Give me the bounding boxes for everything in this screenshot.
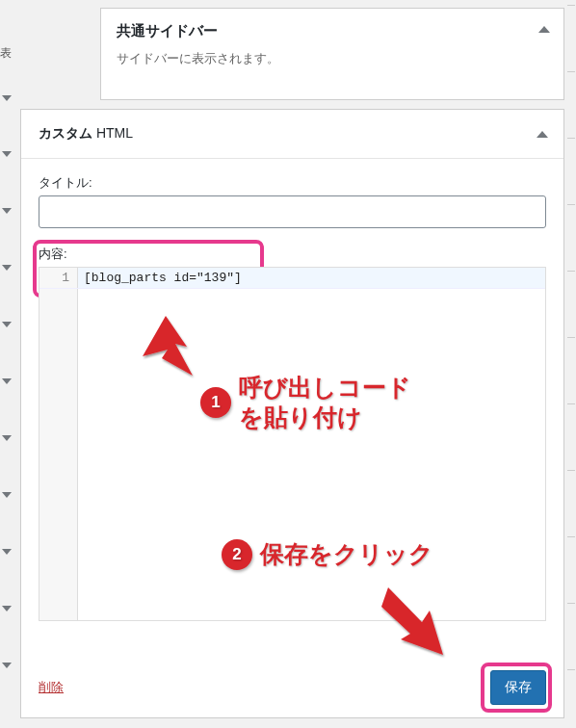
chevron-down-icon[interactable] [2,95,12,101]
chevron-up-icon[interactable] [538,26,550,33]
widget-title: カスタム HTML [39,125,133,141]
title-input[interactable] [39,195,546,228]
panel-subtitle: サイドバーに表示されます。 [117,50,548,67]
chevron-down-icon[interactable] [2,322,12,327]
widget-footer: 削除 保存 [39,670,546,705]
gutter [39,289,78,620]
left-fragment-column: 表 [0,0,21,728]
line-number: 1 [39,268,78,288]
chevron-down-icon[interactable] [2,265,12,271]
chevron-down-icon[interactable] [2,378,12,384]
title-field-label: タイトル: [39,174,546,192]
code-text[interactable]: [blog_parts id="139"] [78,271,242,285]
chevron-down-icon[interactable] [2,606,12,611]
chevron-down-icon[interactable] [2,208,12,214]
annotation-text: 保存をクリック [260,539,433,569]
chevron-down-icon[interactable] [2,663,12,668]
panel-header[interactable]: 共通サイドバー サイドバーに表示されます。 [101,9,563,75]
code-line[interactable]: 1 [blog_parts id="139"] [39,268,545,289]
chevron-down-icon[interactable] [2,549,12,555]
chevron-down-icon[interactable] [2,151,12,157]
panel-title: 共通サイドバー [117,22,548,40]
chevron-down-icon[interactable] [2,492,12,498]
sidebar-widget-area-panel: 共通サイドバー サイドバーに表示されます。 [100,8,564,100]
step-badge: 2 [222,539,252,570]
step-badge: 1 [200,387,231,418]
content-field-label: 内容: [39,246,546,263]
annotation-step-1: 1 呼び出しコード を貼り付け [200,373,411,433]
annotation-step-2: 2 保存をクリック [222,539,433,570]
widget-title-thin: HTML [96,125,133,141]
widget-header[interactable]: カスタム HTML [21,110,563,159]
save-button[interactable]: 保存 [490,670,546,705]
chevron-up-icon[interactable] [537,131,548,138]
widget-title-bold: カスタム [39,125,92,141]
right-edge [564,0,576,728]
chevron-down-icon[interactable] [2,435,12,441]
widget-body: タイトル: 内容: 1 [blog_parts id="139"] 削除 保存 [21,159,563,718]
annotation-text: 呼び出しコード を貼り付け [239,373,411,433]
left-label-fragment: 表 [0,45,12,62]
delete-link[interactable]: 削除 [39,679,64,696]
